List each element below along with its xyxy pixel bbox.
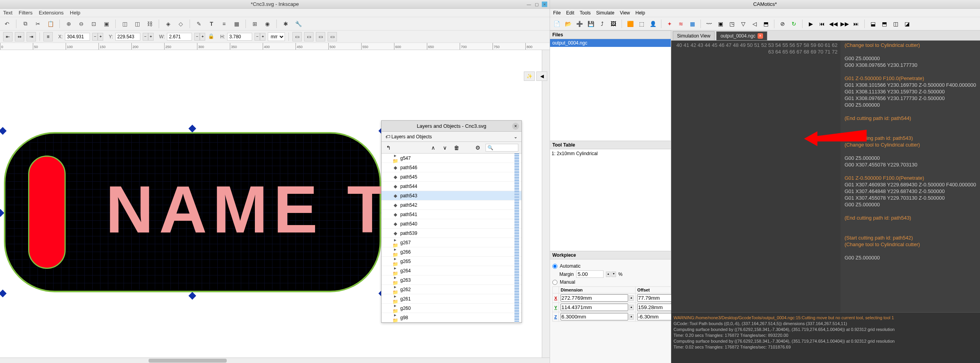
layers-panel-titlebar[interactable]: Layers and Objects - Cnc3.svg ×: [382, 121, 521, 132]
layer-row[interactable]: ◆path546: [382, 163, 521, 172]
scrollbar-thumb[interactable]: [149, 359, 227, 363]
snapshot-icon[interactable]: 🖼: [609, 20, 618, 28]
layer-row[interactable]: ◆path542: [382, 200, 521, 210]
zoom-out-icon[interactable]: ⊖: [77, 19, 86, 29]
layers-list[interactable]: ▸ 📁g547◆path546◆path545◆path544◆path543◆…: [382, 154, 521, 322]
menu-text[interactable]: Text: [3, 10, 13, 16]
layer-row[interactable]: ◆path541: [382, 210, 521, 219]
open-icon[interactable]: 📂: [564, 20, 572, 28]
close-icon[interactable]: ×: [512, 123, 519, 130]
h-inc[interactable]: +: [260, 33, 265, 41]
y-dim-input[interactable]: [561, 304, 628, 311]
tab-gcode-file[interactable]: output_0004.ngc×: [716, 31, 767, 40]
tab-simulation-view[interactable]: Simulation View: [673, 31, 715, 40]
clone-icon[interactable]: ◫: [120, 19, 129, 29]
fwd-step-icon[interactable]: ▶▶: [840, 20, 849, 28]
workpiece-icon[interactable]: 🟧: [626, 20, 634, 28]
y-dec[interactable]: −: [143, 33, 148, 41]
scale-stroke-icon[interactable]: ▭: [292, 32, 302, 41]
reload-icon[interactable]: ↻: [790, 20, 798, 28]
save-icon[interactable]: 💾: [586, 20, 595, 28]
menu-view[interactable]: View: [620, 10, 630, 16]
bounds-icon[interactable]: ▦: [688, 20, 697, 28]
new-icon[interactable]: 📄: [552, 20, 561, 28]
layer-row[interactable]: ◆path540: [382, 219, 521, 229]
h-input[interactable]: [227, 33, 252, 41]
layer-row[interactable]: ▸ 📁g263: [382, 275, 521, 285]
fill-icon[interactable]: ✎: [194, 19, 204, 29]
text-icon[interactable]: T: [207, 19, 216, 29]
close-tab-icon[interactable]: ×: [758, 33, 763, 39]
menu-help[interactable]: Help: [70, 10, 81, 16]
align-center-icon[interactable]: ⇔: [15, 32, 24, 41]
layer-row[interactable]: ▸ 📁g260: [382, 304, 521, 313]
cut-icon[interactable]: ✂: [33, 19, 43, 29]
cube4-icon[interactable]: ◪: [903, 20, 911, 28]
zoom-in-icon[interactable]: ⊕: [64, 19, 73, 29]
back-icon[interactable]: ◀: [536, 72, 547, 81]
wp-auto-radio[interactable]: [552, 264, 557, 269]
wp-manual-radio[interactable]: [552, 280, 557, 285]
export-icon[interactable]: ⤴: [598, 20, 606, 28]
back-step-icon[interactable]: ◀◀: [829, 20, 838, 28]
x-input[interactable]: [65, 33, 90, 41]
stop-icon[interactable]: ⊘: [778, 20, 787, 28]
zoom-fit-icon[interactable]: ⊡: [89, 19, 99, 29]
axes-icon[interactable]: ✦: [665, 20, 674, 28]
top-icon[interactable]: ⬒: [761, 20, 770, 28]
wand-icon[interactable]: ✨: [524, 72, 535, 81]
align-right-icon[interactable]: ⇥: [27, 32, 36, 41]
side-icon[interactable]: ◁: [750, 20, 759, 28]
files-list[interactable]: output_0004.ngc: [550, 39, 671, 141]
undo-icon[interactable]: ↶: [2, 19, 12, 29]
code-lines[interactable]: (Change tool to Cylindrical cutter) G00 …: [840, 41, 980, 312]
lock-icon[interactable]: 🔒: [208, 33, 215, 40]
spray-icon[interactable]: ◉: [263, 19, 272, 29]
h-dec[interactable]: −: [254, 33, 260, 41]
z-dim-input[interactable]: [561, 313, 628, 320]
layer-row[interactable]: ▸ 📁g266: [382, 247, 521, 257]
gear-icon[interactable]: ⚙: [474, 144, 482, 152]
front-icon[interactable]: ▽: [739, 20, 747, 28]
layer-row[interactable]: ◆path545: [382, 172, 521, 182]
iso-icon[interactable]: ◳: [727, 20, 736, 28]
layer-row[interactable]: ▸ 📁g98: [382, 313, 521, 322]
y-input[interactable]: [115, 33, 140, 41]
unlink-icon[interactable]: ⛓: [145, 19, 154, 29]
group-icon[interactable]: ◈: [163, 19, 173, 29]
view-icon[interactable]: ▣: [716, 20, 725, 28]
unit-select[interactable]: mm: [268, 32, 285, 41]
clone2-icon[interactable]: ◫: [133, 19, 142, 29]
move-pat-icon[interactable]: ▭: [328, 32, 337, 41]
end-icon[interactable]: ⏭: [852, 20, 860, 28]
layers-icon[interactable]: ≡: [219, 19, 229, 29]
y-inc[interactable]: +: [148, 33, 154, 41]
layer-row[interactable]: ▸ 📁g264: [382, 266, 521, 275]
w-inc[interactable]: +: [200, 33, 205, 41]
selection-handle-icon[interactable]: [0, 290, 7, 297]
cube3-icon[interactable]: ◫: [891, 20, 900, 28]
trash-icon[interactable]: 🗑: [453, 144, 460, 152]
down-icon[interactable]: ∨: [441, 144, 449, 152]
maximize-icon[interactable]: ▢: [534, 2, 539, 7]
wire-icon[interactable]: ⬚: [637, 20, 646, 28]
margin-dec[interactable]: ▾: [611, 272, 616, 277]
scale-corner-icon[interactable]: ▭: [304, 32, 314, 41]
minimize-icon[interactable]: —: [526, 2, 532, 7]
align-icon[interactable]: ⊞: [250, 19, 260, 29]
wrench-icon[interactable]: 🔧: [294, 19, 303, 29]
selection-handle-icon[interactable]: [0, 127, 7, 135]
play-icon[interactable]: ▶: [806, 20, 815, 28]
menu-filters[interactable]: Filters: [19, 10, 32, 16]
console-output[interactable]: WARNING:/home/none3/Desktop/GcodeTools/o…: [671, 312, 980, 363]
w-input[interactable]: [167, 33, 192, 41]
file-row[interactable]: output_0004.ngc: [550, 39, 671, 47]
x-dec[interactable]: −: [92, 33, 98, 41]
add-icon[interactable]: ➕: [575, 20, 584, 28]
layer-row[interactable]: ◆path544: [382, 182, 521, 191]
menu-help[interactable]: Help: [636, 10, 645, 16]
menu-file[interactable]: File: [553, 10, 561, 16]
layer-row[interactable]: ▸ 📁g262: [382, 285, 521, 294]
cube1-icon[interactable]: ⬓: [869, 20, 877, 28]
cube2-icon[interactable]: ⬒: [880, 20, 889, 28]
